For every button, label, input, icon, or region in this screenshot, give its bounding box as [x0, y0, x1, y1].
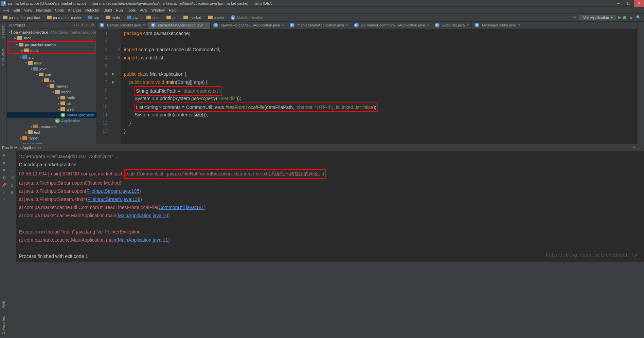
tree-pom[interactable]: mpom.xml — [7, 141, 96, 144]
crumb-market[interactable]: market — [183, 16, 201, 20]
source-link[interactable]: MainApplication.java:10 — [118, 213, 168, 218]
tab-app2[interactable]: Cmarket\MainApplication.java× — [287, 22, 351, 29]
sync-icon[interactable]: ⟳ — [572, 15, 577, 20]
stop-button[interactable]: ■ — [1, 160, 7, 165]
console-output[interactable]: "C:\Program Files\Java\jdk1.8.0_73\bin\j… — [16, 151, 644, 262]
tree-mainapp[interactable]: CMainApplication — [7, 112, 96, 118]
tab-app1[interactable]: Cpa-market-cache\...\Application.java× — [211, 22, 287, 29]
tree-application[interactable]: CApplication — [7, 118, 96, 124]
tab-favorites[interactable]: 2: Favorites — [2, 315, 5, 335]
crumb-module[interactable]: pa-market-cache — [47, 16, 81, 20]
layout-button[interactable]: ◧ — [1, 175, 7, 180]
tab-web[interactable]: Web — [2, 300, 5, 309]
source-link[interactable]: MainApplication.java:11 — [118, 237, 168, 243]
gear-icon[interactable]: ✳ — [631, 145, 637, 150]
source-link[interactable]: CommonUtil.java:181 — [159, 205, 204, 210]
crumb-main[interactable]: main — [106, 16, 120, 20]
maximize-button[interactable]: ☐ — [624, 0, 634, 7]
settings-icon[interactable]: ✳ — [81, 23, 84, 27]
tree-target[interactable]: ▶target — [7, 135, 96, 141]
tree-src[interactable]: ▼src — [7, 54, 96, 60]
collapse-icon[interactable]: ⊙ — [76, 23, 79, 27]
menu-file[interactable]: File — [1, 8, 12, 12]
tree-web[interactable]: ▶web — [7, 106, 96, 112]
soft-wrap-icon[interactable]: ☰ — [10, 167, 15, 173]
tree-cache-module[interactable]: ▼pa-market-cache — [8, 42, 95, 48]
close-icon[interactable]: × — [143, 23, 145, 27]
menu-vcs[interactable]: VCS — [138, 8, 149, 12]
minimize-button[interactable]: ─ — [613, 0, 624, 7]
tree-com[interactable]: ▼com — [7, 72, 96, 77]
crumb-root[interactable]: pa-market-practice — [3, 16, 40, 20]
tree-java[interactable]: ▼java — [7, 66, 96, 72]
stop-button[interactable]: ■ — [628, 15, 634, 20]
close-icon[interactable]: × — [205, 23, 208, 27]
crumb-cache[interactable]: cache — [208, 16, 224, 20]
source-link[interactable]: FileInputStream.java:138 — [88, 196, 141, 202]
menu-navigate[interactable]: Navigate — [34, 8, 53, 12]
close-run-button[interactable]: ✕ — [1, 190, 7, 195]
pin-button[interactable]: 📌 — [1, 182, 7, 188]
close-button[interactable]: ✕ — [634, 0, 644, 7]
tree-redis[interactable]: ▶redis — [7, 95, 96, 100]
gear-icon[interactable]: ⚙ — [91, 23, 94, 27]
menu-analyze[interactable]: Analyze — [66, 8, 83, 12]
close-icon[interactable]: × — [467, 23, 469, 27]
tab-democontroller[interactable]: CDemoController.java× — [97, 22, 148, 29]
menu-code[interactable]: Code — [53, 8, 66, 12]
tree-data[interactable]: ▶data — [8, 48, 95, 53]
tab-mainapplication[interactable]: Ccache\MainApplication.java× — [148, 22, 211, 29]
crumb-class[interactable]: CMainApplication — [231, 15, 263, 20]
tree-util[interactable]: ▶util — [7, 100, 96, 106]
tree-cache[interactable]: ▼cache — [7, 89, 96, 95]
code-content[interactable]: package com.pa.market.cache; import com.… — [121, 29, 637, 144]
code-editor[interactable]: 12345678910111213 ▶ ▶ ⊟⊟⊟⊟ package com.p… — [97, 29, 637, 144]
print-icon[interactable]: 🖨 — [10, 182, 15, 188]
tree-market[interactable]: ▼market — [7, 83, 96, 89]
tree-test[interactable]: ▶test — [7, 129, 96, 135]
tab-app3[interactable]: Cpa-market-common\...\Application.java× — [351, 22, 432, 29]
run-button[interactable] — [618, 16, 621, 19]
tab-msgcenter[interactable]: CMessageCenter.java× — [472, 22, 523, 29]
run-class-gutter-icon[interactable]: ▶ — [110, 70, 117, 78]
tree-idea[interactable]: ▶.idea — [7, 35, 96, 41]
menu-window[interactable]: Window — [149, 8, 167, 12]
close-icon[interactable]: × — [427, 23, 429, 27]
run-config-selector[interactable]: MainApplication — [579, 15, 616, 20]
crumb-java[interactable]: java — [127, 16, 140, 20]
debug-button[interactable] — [623, 16, 626, 19]
search-icon[interactable]: 🔍 — [636, 15, 641, 20]
minimize-panel-icon[interactable]: — — [637, 145, 642, 150]
tab-structure[interactable]: 2: Structure — [1, 47, 5, 67]
menu-view[interactable]: View — [22, 8, 34, 12]
tree-pa[interactable]: ▼pa — [7, 77, 96, 83]
dump-button[interactable]: ■ — [1, 167, 7, 173]
project-tree[interactable]: ▼pa-market-practice D:\code\pa-market-pr… — [7, 29, 96, 144]
up-arrow-icon[interactable]: ↑ — [10, 152, 15, 158]
run-method-gutter-icon[interactable]: ▶ — [110, 78, 117, 86]
tab-project[interactable]: 1: Project — [1, 23, 5, 40]
rerun-button[interactable]: ▶ — [1, 152, 7, 158]
source-link[interactable]: FileInputStream.java:195 — [86, 188, 139, 194]
trash-icon[interactable]: 🗑 — [10, 190, 15, 195]
crumb-pa[interactable]: pa — [166, 16, 177, 20]
menu-run[interactable]: Run — [114, 8, 125, 12]
tab-executor[interactable]: CExecutor.java× — [432, 22, 472, 29]
tree-main[interactable]: ▼main — [7, 60, 96, 66]
menu-help[interactable]: Help — [167, 8, 179, 12]
close-icon[interactable]: × — [346, 23, 348, 27]
tree-resources[interactable]: ▶resources — [7, 124, 96, 129]
scroll-icon[interactable]: ⇲ — [10, 175, 15, 180]
close-icon[interactable]: × — [282, 23, 284, 27]
down-arrow-icon[interactable]: ↓ — [10, 160, 15, 165]
help-button[interactable]: ? — [1, 197, 7, 203]
hide-icon[interactable]: ⇤ — [86, 23, 89, 27]
tree-root[interactable]: ▼pa-market-practice D:\code\pa-market-pr… — [7, 29, 96, 35]
close-icon[interactable]: × — [518, 23, 520, 27]
menu-refactor[interactable]: Refactor — [83, 8, 102, 12]
crumb-com[interactable]: com — [146, 16, 160, 20]
crumb-src[interactable]: src — [88, 16, 99, 20]
menu-tools[interactable]: Tools — [125, 8, 138, 12]
menu-edit[interactable]: Edit — [12, 8, 22, 12]
menu-build[interactable]: Build — [102, 8, 114, 12]
